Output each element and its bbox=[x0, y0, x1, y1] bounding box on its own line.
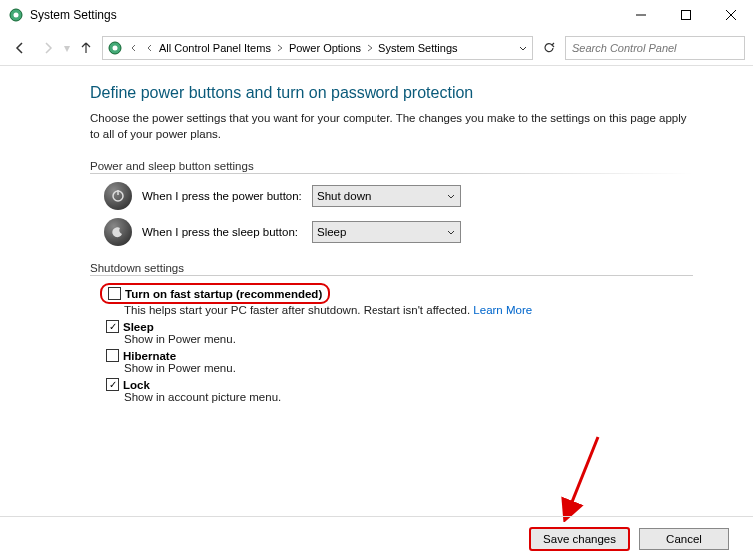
cancel-button[interactable]: Cancel bbox=[639, 528, 729, 550]
hibernate-checkbox-label: Hibernate bbox=[123, 350, 176, 362]
fast-startup-desc: This helps start your PC faster after sh… bbox=[124, 304, 473, 316]
sleep-checkbox[interactable]: ✓ bbox=[106, 320, 119, 333]
breadcrumb-icon bbox=[107, 40, 123, 56]
sleep-button-dropdown[interactable]: Sleep bbox=[312, 221, 461, 243]
search-input[interactable] bbox=[565, 36, 745, 60]
chevron-down-icon bbox=[446, 191, 456, 201]
breadcrumb-dropdown[interactable] bbox=[518, 43, 528, 53]
chevron-down-icon bbox=[446, 227, 456, 237]
breadcrumb-item[interactable]: System Settings bbox=[378, 42, 457, 54]
breadcrumb-item[interactable]: Power Options bbox=[289, 42, 361, 54]
fast-startup-checkbox[interactable] bbox=[108, 287, 121, 300]
sleep-checkbox-desc: Show in Power menu. bbox=[124, 333, 693, 345]
navbar: ▾ All Control Panel Items Power Options … bbox=[0, 30, 753, 66]
save-button-label: Save changes bbox=[543, 533, 616, 545]
svg-rect-3 bbox=[681, 11, 690, 20]
power-icon bbox=[104, 182, 132, 210]
annotation-arrow bbox=[553, 432, 613, 522]
lock-checkbox[interactable]: ✓ bbox=[106, 378, 119, 391]
close-button[interactable] bbox=[708, 0, 753, 30]
svg-point-1 bbox=[14, 13, 19, 18]
sleep-button-row: When I press the sleep button: Sleep bbox=[104, 218, 693, 246]
cancel-button-label: Cancel bbox=[666, 533, 702, 545]
fast-startup-label: Turn on fast startup (recommended) bbox=[125, 288, 322, 300]
power-button-label: When I press the power button: bbox=[142, 190, 312, 202]
footer: Save changes Cancel bbox=[0, 516, 753, 560]
section-header-button-settings: Power and sleep button settings bbox=[90, 160, 693, 174]
dropdown-value: Shut down bbox=[317, 190, 371, 202]
page-title: Define power buttons and turn on passwor… bbox=[90, 84, 693, 102]
forward-button[interactable] bbox=[36, 36, 60, 60]
dropdown-value: Sleep bbox=[317, 226, 346, 238]
content-area: Define power buttons and turn on passwor… bbox=[0, 66, 753, 403]
svg-line-10 bbox=[568, 437, 598, 512]
page-description: Choose the power settings that you want … bbox=[90, 110, 693, 142]
power-button-row: When I press the power button: Shut down bbox=[104, 182, 693, 210]
section-header-shutdown: Shutdown settings bbox=[90, 262, 693, 276]
window-title: System Settings bbox=[30, 8, 618, 22]
learn-more-link[interactable]: Learn More bbox=[473, 304, 532, 316]
breadcrumb-item[interactable]: All Control Panel Items bbox=[159, 42, 271, 54]
sleep-checkbox-label: Sleep bbox=[123, 321, 154, 333]
save-changes-button[interactable]: Save changes bbox=[530, 528, 629, 550]
power-button-dropdown[interactable]: Shut down bbox=[312, 185, 461, 207]
maximize-button[interactable] bbox=[663, 0, 708, 30]
window-controls bbox=[618, 0, 753, 30]
refresh-button[interactable] bbox=[537, 36, 561, 60]
svg-point-7 bbox=[113, 45, 118, 50]
hibernate-checkbox-desc: Show in Power menu. bbox=[124, 362, 693, 374]
lock-checkbox-label: Lock bbox=[123, 379, 150, 391]
sleep-icon bbox=[104, 218, 132, 246]
chevron-left-icon bbox=[130, 44, 138, 52]
minimize-button[interactable] bbox=[618, 0, 663, 30]
nav-separator: ▾ bbox=[64, 41, 70, 55]
lock-checkbox-desc: Show in account picture menu. bbox=[124, 391, 693, 403]
breadcrumb[interactable]: All Control Panel Items Power Options Sy… bbox=[102, 36, 533, 60]
sleep-button-label: When I press the sleep button: bbox=[142, 226, 312, 238]
back-button[interactable] bbox=[8, 36, 32, 60]
hibernate-checkbox[interactable] bbox=[106, 349, 119, 362]
chevron-right-icon bbox=[366, 44, 374, 52]
chevron-left-icon bbox=[146, 44, 154, 52]
up-button[interactable] bbox=[74, 36, 98, 60]
highlight-fast-startup: Turn on fast startup (recommended) bbox=[100, 283, 330, 304]
chevron-right-icon bbox=[276, 44, 284, 52]
app-icon bbox=[8, 7, 24, 23]
titlebar: System Settings bbox=[0, 0, 753, 30]
